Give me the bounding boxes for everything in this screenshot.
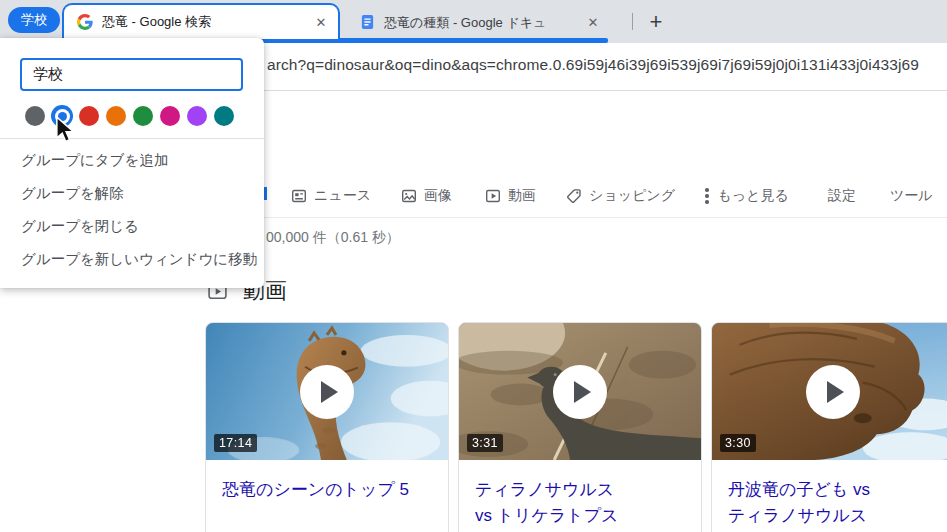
- browser-window: 学校 恐竜 - Google 検索 ✕ 恐竜の種類 - Google ドキュ ✕: [0, 0, 947, 532]
- nav-label: 設定: [828, 187, 856, 205]
- video-icon: [485, 188, 501, 204]
- video-title-link[interactable]: ティラノサウルス vs トリケラトプス: [459, 460, 701, 530]
- google-favicon: [77, 14, 93, 30]
- tab-title: 恐竜 - Google 検索: [102, 13, 312, 31]
- menu-item-add-tab-to-group[interactable]: グループにタブを追加: [0, 144, 264, 177]
- search-nav-shopping[interactable]: ショッピング: [566, 187, 675, 205]
- color-swatch-red[interactable]: [79, 106, 99, 126]
- video-card[interactable]: 3:31 ティラノサウルス vs トリケラトプス: [458, 322, 702, 532]
- duration-badge: 3:30: [720, 434, 756, 452]
- search-nav-news[interactable]: ニュース: [291, 187, 371, 205]
- color-swatch-cyan[interactable]: [214, 106, 234, 126]
- play-button[interactable]: [553, 365, 607, 419]
- search-nav-tools[interactable]: ツール: [890, 187, 933, 205]
- menu-divider: [0, 138, 264, 139]
- play-icon: [321, 381, 338, 403]
- image-icon: [401, 188, 417, 204]
- docs-favicon: [360, 14, 375, 30]
- group-name-input[interactable]: [20, 58, 243, 91]
- tab-group-menu: グループにタブを追加 グループを解除 グループを閉じる グループを新しいウィンド…: [0, 38, 264, 288]
- results-stats: 00,000 件（0.61 秒）: [266, 229, 400, 247]
- partial-selected-tab-text: [264, 187, 267, 200]
- tab-strip: 学校 恐竜 - Google 検索 ✕ 恐竜の種類 - Google ドキュ ✕: [0, 0, 947, 43]
- tab-separator: [632, 13, 633, 30]
- more-vertical-icon: [703, 188, 711, 204]
- tab-title: 恐竜の種類 - Google ドキュ: [384, 15, 546, 30]
- nav-label: ツール: [890, 187, 933, 205]
- search-nav-more[interactable]: もっと見る: [703, 187, 789, 205]
- play-icon: [574, 381, 591, 403]
- play-icon: [827, 381, 844, 403]
- tab-group-chip[interactable]: 学校: [8, 7, 60, 33]
- menu-items: グループにタブを追加 グループを解除 グループを閉じる グループを新しいウィンド…: [0, 144, 264, 276]
- duration-badge: 3:31: [467, 434, 503, 452]
- tab-dinosaur-search[interactable]: 恐竜 - Google 検索 ✕: [62, 3, 340, 39]
- color-swatch-green[interactable]: [133, 106, 153, 126]
- search-nav-videos[interactable]: 動画: [485, 187, 536, 205]
- search-nav-settings[interactable]: 設定: [828, 187, 856, 205]
- news-icon: [291, 188, 307, 204]
- address-bar-url[interactable]: arch?q=dinosaur&oq=dino&aqs=chrome.0.69i…: [267, 56, 919, 74]
- color-swatch-pink[interactable]: [160, 106, 180, 126]
- play-button[interactable]: [806, 365, 860, 419]
- color-swatch-purple[interactable]: [187, 106, 207, 126]
- nav-label: 画像: [424, 187, 452, 205]
- mouse-cursor: [55, 116, 77, 144]
- nav-label: もっと見る: [718, 187, 789, 205]
- close-icon[interactable]: ✕: [312, 13, 330, 31]
- shopping-tag-icon: [566, 188, 582, 204]
- video-title-link[interactable]: 恐竜のシーンのトップ 5: [206, 460, 448, 503]
- video-card[interactable]: 17:14 恐竜のシーンのトップ 5: [205, 322, 449, 532]
- video-thumbnail: 3:30: [712, 323, 947, 460]
- color-swatch-grey[interactable]: [25, 106, 45, 126]
- menu-item-move-group-to-window[interactable]: グループを新しいウィンドウに移動: [0, 243, 264, 276]
- video-thumbnail: 3:31: [459, 323, 701, 460]
- close-icon[interactable]: ✕: [584, 13, 602, 31]
- nav-label: 動画: [508, 187, 536, 205]
- play-button[interactable]: [300, 365, 354, 419]
- menu-item-close-group[interactable]: グループを閉じる: [0, 210, 264, 243]
- video-card[interactable]: 3:30 丹波竜の子ども vs ティラノサウルス: [711, 322, 947, 532]
- video-thumbnail: 17:14: [206, 323, 448, 460]
- duration-badge: 17:14: [214, 434, 257, 452]
- new-tab-button[interactable]: +: [641, 7, 671, 37]
- nav-label: ショッピング: [589, 187, 675, 205]
- menu-item-ungroup[interactable]: グループを解除: [0, 177, 264, 210]
- nav-label: ニュース: [314, 187, 371, 205]
- search-nav-images[interactable]: 画像: [401, 187, 452, 205]
- video-title-link[interactable]: 丹波竜の子ども vs ティラノサウルス: [712, 460, 947, 530]
- tab-docs[interactable]: 恐竜の種類 - Google ドキュ ✕: [346, 6, 608, 38]
- color-swatch-orange[interactable]: [106, 106, 126, 126]
